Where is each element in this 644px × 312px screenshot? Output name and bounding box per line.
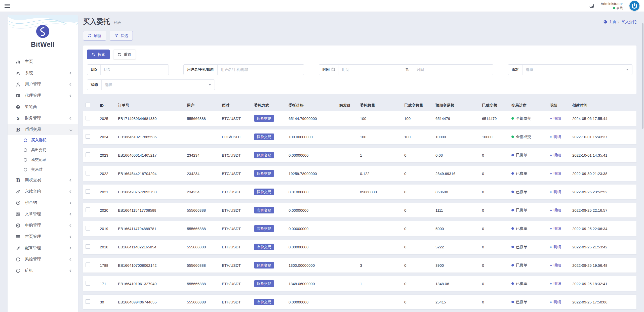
cell-select	[83, 189, 100, 195]
order-type-badge: 限价交易	[254, 262, 274, 269]
double-chevron-right-icon: »	[550, 116, 552, 121]
sidebar-item-perpetual-contract[interactable]: 永续合约	[8, 186, 78, 197]
detail-link[interactable]: »明细	[550, 226, 561, 231]
detail-link[interactable]: »明细	[550, 135, 561, 139]
sidebar-item-second-contract[interactable]: 秒合约	[8, 197, 78, 208]
chevron-left-icon	[69, 190, 72, 193]
wrench-icon	[15, 246, 21, 251]
status-dot-icon	[511, 191, 514, 193]
col-header-5: 委托方式	[254, 103, 289, 108]
detail-link[interactable]: »明细	[550, 281, 561, 286]
cell-detail: »明细	[550, 135, 572, 139]
sidebar-item-channel-provider[interactable]: 渠道商	[8, 101, 78, 113]
row-checkbox[interactable]	[86, 226, 90, 231]
status-select[interactable]: 选择	[102, 80, 209, 90]
circle-outline-icon	[24, 139, 27, 142]
select-all-checkbox[interactable]	[86, 103, 90, 107]
search-button[interactable]: 搜索	[87, 50, 110, 59]
order-type-badge: 限价交易	[254, 152, 274, 158]
sidebar-item-article-management[interactable]: 文章管理	[8, 208, 78, 220]
pair-select[interactable]: 选择	[522, 65, 626, 75]
time-start-input[interactable]	[339, 65, 402, 75]
col-header-10: 预期交易额	[435, 103, 482, 108]
row-checkbox[interactable]	[86, 116, 90, 120]
sidebar-item-homepage-management[interactable]: 首页管理	[8, 231, 78, 242]
cell-expected-total: 0.03	[435, 153, 482, 157]
cell-id: 30	[100, 300, 118, 304]
filter-button[interactable]: 筛选	[110, 31, 133, 40]
cell-created-time: 2022-10-01 14:35:41	[572, 153, 636, 157]
user-avatar-power-icon[interactable]	[629, 1, 639, 11]
status-dot-icon	[511, 172, 514, 175]
detail-link[interactable]: »明细	[550, 171, 561, 176]
sidebar-item-spot-trading[interactable]: B 币币交易	[8, 124, 78, 135]
cell-pair: BTC/USDT	[222, 153, 254, 157]
detail-link[interactable]: »明细	[550, 263, 561, 268]
row-checkbox[interactable]	[86, 244, 90, 249]
cell-order-no: EB1664107008062142	[118, 263, 187, 268]
hamburger-menu-icon[interactable]	[5, 4, 10, 8]
row-checkbox[interactable]	[86, 152, 90, 157]
sidebar-item-subscription-management[interactable]: 申购管理	[8, 220, 78, 231]
cell-progress: 全部成交	[511, 116, 550, 121]
row-checkbox[interactable]	[86, 171, 90, 175]
detail-link[interactable]: »明细	[550, 116, 561, 121]
sidebar-item-risk-management[interactable]: 风控管理	[8, 254, 78, 265]
detail-link[interactable]: »明细	[550, 153, 561, 158]
detail-link[interactable]: »明细	[550, 208, 561, 213]
brand-block: BitWell	[8, 15, 78, 49]
time-end-input[interactable]	[413, 65, 493, 75]
status-badge: 已撤单	[511, 153, 527, 158]
sidebar-subitem-sell-orders[interactable]: 卖出委托	[8, 145, 78, 155]
reset-button[interactable]: 重置	[113, 50, 136, 59]
sidebar-subitem-trade-records[interactable]: 成交记录	[8, 155, 78, 165]
cell-expected-total: 1111	[435, 208, 482, 212]
sidebar-item-options-trading[interactable]: B 期权交易	[8, 174, 78, 186]
col-header-id[interactable]: ID↑	[100, 103, 118, 108]
pair-select-label: 币对	[508, 65, 522, 75]
calendar-icon	[331, 67, 335, 72]
sidebar-item-home[interactable]: 主页	[8, 56, 78, 67]
sidebar-subitem-trading-pairs[interactable]: 交易对	[8, 165, 78, 174]
refresh-button[interactable]: 刷新	[83, 31, 106, 40]
cell-filled-amount: 0	[404, 171, 435, 176]
detail-link[interactable]: »明细	[550, 190, 561, 194]
cell-user: 555666888	[187, 282, 222, 286]
sidebar-item-label: 矿机	[25, 268, 33, 273]
order-type-badge: 限价交易	[254, 280, 274, 287]
username-input[interactable]	[218, 65, 304, 75]
status-badge: 已撤单	[511, 190, 527, 194]
window-scrollbar[interactable]	[642, 23, 643, 129]
breadcrumb-home-link[interactable]: 主页	[603, 20, 616, 24]
detail-link[interactable]: »明细	[550, 245, 561, 249]
cell-user: 555666888	[187, 208, 222, 212]
time-range-field: 时间 To	[319, 64, 493, 75]
dark-mode-toggle-moon-icon[interactable]	[589, 3, 595, 9]
cell-order-no: EB1664610217865536	[118, 135, 187, 139]
row-checkbox[interactable]	[86, 189, 90, 194]
uid-input[interactable]	[101, 65, 169, 75]
cell-order-type: 限价交易	[254, 170, 289, 177]
row-checkbox[interactable]	[86, 281, 90, 286]
cell-expected-total: 5000	[435, 227, 482, 231]
sidebar-item-agent-management[interactable]: 代理管理	[8, 90, 78, 101]
col-header-4: 币对	[222, 103, 254, 108]
cell-order-no: EB1664101961327940	[118, 282, 187, 286]
row-checkbox[interactable]	[86, 134, 90, 139]
bitcoin-icon: B	[15, 178, 21, 183]
sidebar-item-system[interactable]: 系统	[8, 67, 78, 79]
cell-expected-total: 2349.69316	[435, 171, 482, 176]
breadcrumb: 主页 / 买入委托	[603, 20, 636, 24]
cell-expected-total: 25415	[435, 300, 482, 304]
sidebar-item-label: 永续合约	[25, 189, 41, 194]
row-checkbox[interactable]	[86, 299, 90, 304]
sidebar-item-config-management[interactable]: 配置管理	[8, 242, 78, 254]
sidebar-subitem-buy-orders[interactable]: 买入委托	[8, 135, 78, 145]
sidebar-item-user-management[interactable]: 用户管理	[8, 79, 78, 90]
detail-link[interactable]: »明细	[550, 300, 561, 304]
sidebar-item-mining-machine[interactable]: 矿机	[8, 265, 78, 276]
sidebar-item-finance-management[interactable]: $ 财务管理	[8, 113, 78, 124]
row-checkbox[interactable]	[86, 207, 90, 212]
cell-expected-total: 1348.06	[435, 282, 482, 286]
row-checkbox[interactable]	[86, 262, 90, 267]
